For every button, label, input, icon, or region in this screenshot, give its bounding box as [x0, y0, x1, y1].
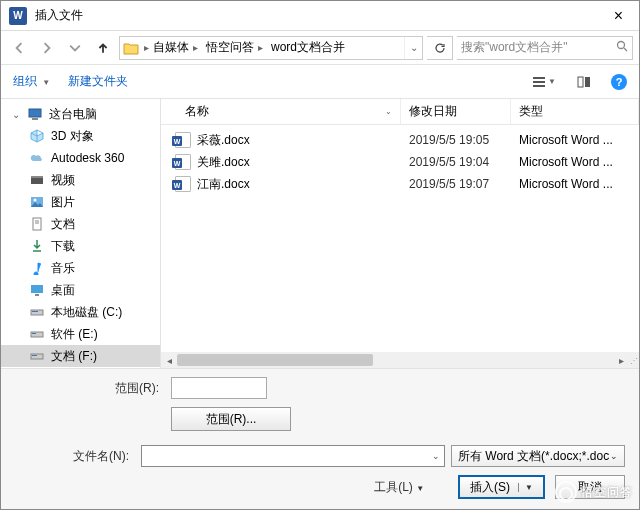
refresh-button[interactable] [427, 36, 453, 60]
body: ⌄ 这台电脑 3D 对象 Autodesk 360 视频 图片 文档 下载 音乐… [1, 99, 639, 368]
help-icon[interactable]: ? [611, 74, 627, 90]
view-mode-button[interactable]: ▼ [531, 71, 557, 93]
search-icon [616, 40, 628, 55]
folder-icon [122, 39, 140, 57]
chevron-down-icon[interactable]: ▼ [518, 483, 533, 492]
range-input[interactable] [171, 377, 267, 399]
svg-rect-13 [33, 218, 41, 230]
chevron-right-icon: ▸ [258, 42, 263, 53]
svg-rect-7 [29, 109, 41, 117]
range-button[interactable]: 范围(R)... [171, 407, 291, 431]
tree-downloads[interactable]: 下载 [1, 235, 160, 257]
tree-desktop[interactable]: 桌面 [1, 279, 160, 301]
sort-icon: ⌄ [385, 107, 392, 116]
tree-drive-c[interactable]: 本地磁盘 (C:) [1, 301, 160, 323]
tools-menu[interactable]: 工具(L) ▼ [374, 479, 424, 496]
tree-autodesk[interactable]: Autodesk 360 [1, 147, 160, 169]
word-doc-icon [175, 154, 191, 170]
svg-rect-16 [31, 285, 43, 293]
scroll-right-icon[interactable]: ▸ [613, 355, 629, 366]
search-placeholder: 搜索"word文档合并" [461, 39, 568, 56]
address-bar[interactable]: ▸ 自媒体▸ 悟空问答▸ word文档合并 ⌄ [119, 36, 423, 60]
insert-button[interactable]: 插入(S) ▼ [458, 475, 545, 499]
address-dropdown-icon[interactable]: ⌄ [404, 37, 422, 59]
watermark-icon [555, 481, 577, 503]
chevron-down-icon[interactable]: ⌄ [432, 451, 440, 461]
drive-icon [29, 326, 45, 342]
file-row[interactable]: 江南.docx 2019/5/5 19:07 Microsoft Word ..… [161, 173, 639, 195]
tree-3d-objects[interactable]: 3D 对象 [1, 125, 160, 147]
breadcrumb-1[interactable]: 悟空问答▸ [202, 39, 267, 56]
svg-rect-5 [578, 77, 583, 87]
word-app-icon: W [9, 7, 27, 25]
drive-icon [29, 348, 45, 364]
back-button[interactable] [7, 36, 31, 60]
column-date[interactable]: 修改日期 [401, 99, 511, 124]
search-box[interactable]: 搜索"word文档合并" [457, 36, 633, 60]
svg-rect-20 [31, 332, 43, 337]
svg-rect-2 [533, 77, 545, 79]
breadcrumb-0[interactable]: 自媒体▸ [149, 39, 202, 56]
titlebar: W 插入文件 × [1, 1, 639, 31]
preview-pane-button[interactable] [571, 71, 597, 93]
music-icon [29, 260, 45, 276]
chevron-down-icon: ▼ [548, 77, 556, 86]
footer: 范围(R): 范围(R)... 文件名(N): ⌄ 所有 Word 文档(*.d… [1, 368, 639, 509]
horizontal-scrollbar[interactable]: ◂ ▸ ⋰ [161, 352, 639, 368]
tree-music[interactable]: 音乐 [1, 257, 160, 279]
close-icon[interactable]: × [606, 7, 631, 25]
video-icon [29, 172, 45, 188]
tree-videos[interactable]: 视频 [1, 169, 160, 191]
svg-line-1 [624, 48, 627, 51]
column-type[interactable]: 类型 [511, 99, 639, 124]
svg-rect-3 [533, 81, 545, 83]
download-icon [29, 238, 45, 254]
scroll-thumb[interactable] [177, 354, 373, 366]
word-doc-icon [175, 176, 191, 192]
organize-menu[interactable]: 组织 ▼ [13, 73, 50, 90]
svg-rect-23 [32, 355, 37, 356]
chevron-down-icon[interactable]: ⌄ [610, 451, 618, 461]
file-list[interactable]: 采薇.docx 2019/5/5 19:05 Microsoft Word ..… [161, 125, 639, 352]
chevron-right-icon: ▸ [193, 42, 198, 53]
recent-dropdown[interactable] [63, 36, 87, 60]
folder-tree[interactable]: ⌄ 这台电脑 3D 对象 Autodesk 360 视频 图片 文档 下载 音乐… [1, 99, 160, 368]
filetype-combo[interactable]: 所有 Word 文档(*.docx;*.doc⌄ [451, 445, 625, 467]
file-row[interactable]: 采薇.docx 2019/5/5 19:05 Microsoft Word ..… [161, 129, 639, 151]
tree-drive-e[interactable]: 软件 (E:) [1, 323, 160, 345]
chevron-down-icon: ▼ [416, 484, 424, 493]
svg-rect-19 [32, 311, 38, 312]
column-name[interactable]: 名称⌄ [161, 99, 401, 124]
filename-combo[interactable]: ⌄ [141, 445, 445, 467]
svg-rect-8 [32, 118, 38, 120]
breadcrumb-2[interactable]: word文档合并 [267, 39, 349, 56]
watermark: 悟空问答 [555, 481, 633, 503]
tree-drive-f[interactable]: 文档 (F:) [1, 345, 160, 367]
cloud-icon [29, 150, 45, 166]
svg-rect-4 [533, 85, 545, 87]
tree-documents[interactable]: 文档 [1, 213, 160, 235]
dialog-window: W 插入文件 × ▸ 自媒体▸ 悟空问答▸ word文档合并 ⌄ 搜索"word… [0, 0, 640, 510]
pc-icon [27, 106, 43, 122]
tree-this-pc[interactable]: ⌄ 这台电脑 [1, 103, 160, 125]
toolbar: 组织 ▼ 新建文件夹 ▼ ? [1, 65, 639, 99]
file-row[interactable]: 关雎.docx 2019/5/5 19:04 Microsoft Word ..… [161, 151, 639, 173]
scroll-left-icon[interactable]: ◂ [161, 355, 177, 366]
up-button[interactable] [91, 36, 115, 60]
pictures-icon [29, 194, 45, 210]
navbar: ▸ 自媒体▸ 悟空问答▸ word文档合并 ⌄ 搜索"word文档合并" [1, 31, 639, 65]
word-doc-icon [175, 132, 191, 148]
scroll-track[interactable] [177, 354, 613, 366]
collapse-icon[interactable]: ⌄ [11, 109, 21, 120]
svg-rect-22 [31, 354, 43, 359]
file-area: 名称⌄ 修改日期 类型 采薇.docx 2019/5/5 19:05 Micro… [161, 99, 639, 368]
tree-pictures[interactable]: 图片 [1, 191, 160, 213]
forward-button[interactable] [35, 36, 59, 60]
resize-grip-icon[interactable]: ⋰ [629, 356, 639, 365]
svg-rect-6 [585, 77, 590, 87]
svg-point-12 [34, 199, 37, 202]
new-folder-button[interactable]: 新建文件夹 [68, 73, 128, 90]
filename-label: 文件名(N): [15, 448, 135, 465]
file-header: 名称⌄ 修改日期 类型 [161, 99, 639, 125]
window-title: 插入文件 [35, 7, 606, 24]
